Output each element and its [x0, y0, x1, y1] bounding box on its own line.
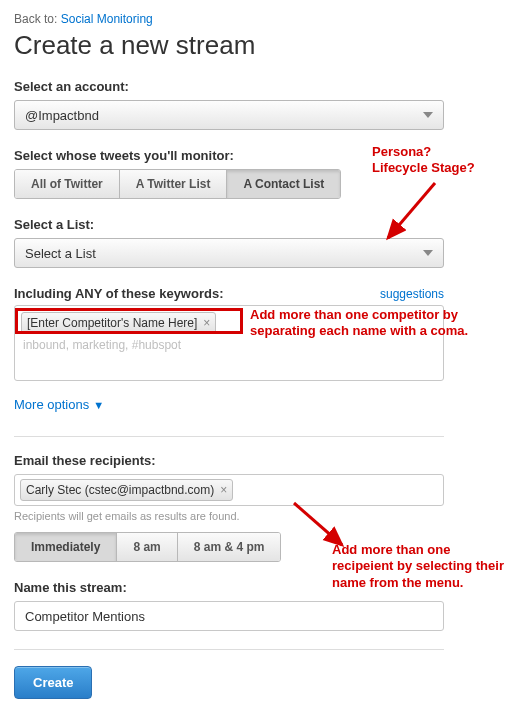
recipient-tag-label: Carly Stec (cstec@impactbnd.com): [26, 483, 214, 497]
account-label: Select an account:: [14, 79, 508, 94]
back-prefix: Back to:: [14, 12, 57, 26]
divider: [14, 649, 444, 650]
keyword-tag-label: [Enter Competitor's Name Here]: [27, 316, 197, 330]
triangle-down-icon: ▼: [93, 399, 104, 411]
back-link[interactable]: Social Monitoring: [61, 12, 153, 26]
stream-name-label: Name this stream:: [14, 580, 508, 595]
recipient-tag: Carly Stec (cstec@impactbnd.com) ×: [20, 479, 233, 501]
close-icon[interactable]: ×: [220, 483, 227, 497]
list-label: Select a List:: [14, 217, 508, 232]
close-icon[interactable]: ×: [203, 316, 210, 330]
keywords-label: Including ANY of these keywords:: [14, 286, 223, 301]
timing-8am-4pm[interactable]: 8 am & 4 pm: [178, 533, 281, 561]
breadcrumb: Back to: Social Monitoring: [14, 12, 508, 26]
divider: [14, 436, 444, 437]
page-title: Create a new stream: [14, 30, 508, 61]
keywords-placeholder: inbound, marketing, #hubspot: [21, 338, 437, 352]
keyword-tag: [Enter Competitor's Name Here] ×: [21, 312, 216, 334]
keywords-input[interactable]: [Enter Competitor's Name Here] × inbound…: [14, 305, 444, 381]
chevron-down-icon: [423, 250, 433, 256]
account-select[interactable]: @Impactbnd: [14, 100, 444, 130]
list-value: Select a List: [25, 246, 96, 261]
monitor-twitter-list[interactable]: A Twitter List: [120, 170, 228, 198]
timing-segmented: Immediately 8 am 8 am & 4 pm: [14, 532, 281, 562]
monitor-segmented: All of Twitter A Twitter List A Contact …: [14, 169, 341, 199]
account-value: @Impactbnd: [25, 108, 99, 123]
stream-name-input[interactable]: [14, 601, 444, 631]
recipients-helper: Recipients will get emails as results ar…: [14, 510, 508, 522]
suggestions-link[interactable]: suggestions: [380, 287, 444, 301]
chevron-down-icon: [423, 112, 433, 118]
monitor-contact-list[interactable]: A Contact List: [227, 170, 340, 198]
create-button[interactable]: Create: [14, 666, 92, 699]
recipients-select[interactable]: Carly Stec (cstec@impactbnd.com) ×: [14, 474, 444, 506]
list-select[interactable]: Select a List: [14, 238, 444, 268]
timing-8am[interactable]: 8 am: [117, 533, 177, 561]
more-options-toggle[interactable]: More options ▼: [14, 397, 104, 412]
monitor-all-twitter[interactable]: All of Twitter: [15, 170, 120, 198]
timing-immediately[interactable]: Immediately: [15, 533, 117, 561]
recipients-label: Email these recipients:: [14, 453, 508, 468]
monitor-label: Select whose tweets you'll monitor:: [14, 148, 508, 163]
more-options-label: More options: [14, 397, 89, 412]
